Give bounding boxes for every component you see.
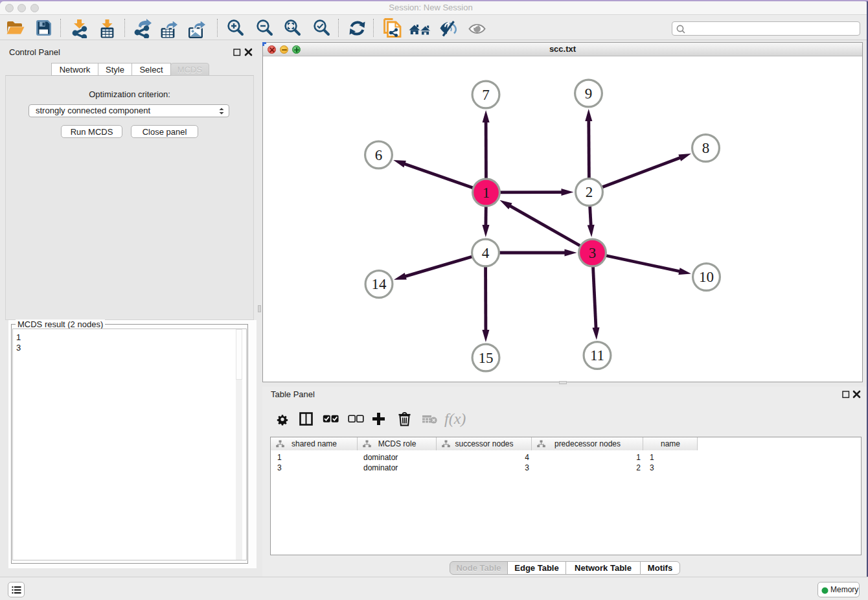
svg-text:11: 11 xyxy=(590,347,604,363)
svg-text:2: 2 xyxy=(586,184,593,200)
svg-text:10: 10 xyxy=(699,269,714,285)
svg-text:4: 4 xyxy=(482,245,490,261)
svg-text:9: 9 xyxy=(585,86,593,102)
svg-text:14: 14 xyxy=(372,276,387,292)
svg-text:3: 3 xyxy=(589,245,597,261)
svg-text:6: 6 xyxy=(375,147,383,163)
svg-text:15: 15 xyxy=(479,350,494,366)
svg-text:8: 8 xyxy=(702,140,710,156)
svg-text:1: 1 xyxy=(483,185,490,201)
svg-text:7: 7 xyxy=(482,87,490,103)
